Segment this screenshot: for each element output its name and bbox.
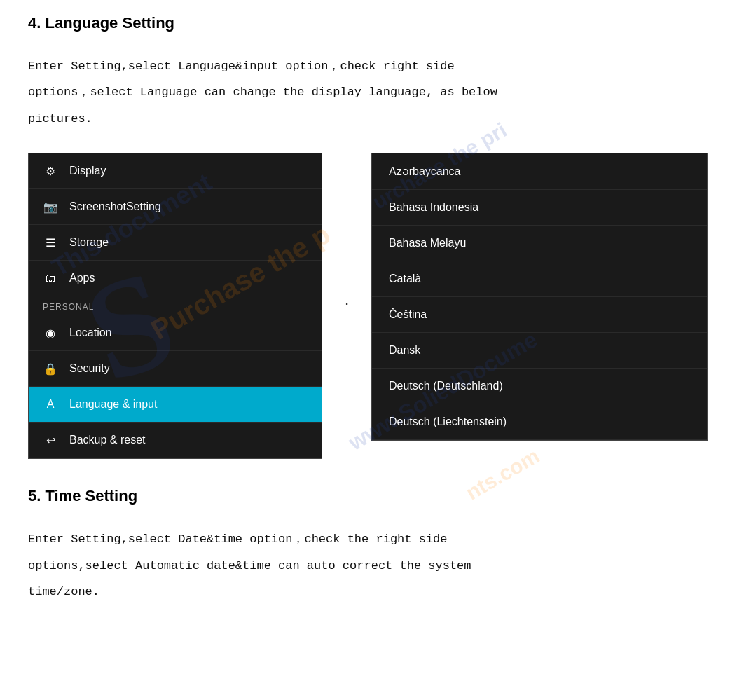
settings-item-apps-label: Apps [69,272,95,284]
security-icon: 🔒 [43,361,58,376]
settings-item-language[interactable]: A Language & input [29,387,322,423]
settings-item-apps[interactable]: 🗂 Apps [29,261,322,296]
desc-line2: options，select Language can change the d… [28,85,497,99]
settings-item-display[interactable]: ⚙ Display [29,153,322,189]
language-item-catala[interactable]: Català [372,261,707,297]
storage-icon: ☰ [43,235,58,250]
desc5-line2: options,select Automatic date&time can a… [28,559,471,572]
settings-item-screenshot[interactable]: 📷 ScreenshotSetting [29,189,322,225]
language-label: Deutsch (Deutschland) [389,380,503,392]
settings-screenshot: ⚙ Display 📷 ScreenshotSetting ☰ Storage … [28,153,322,459]
settings-item-display-label: Display [69,165,106,177]
settings-item-storage-label: Storage [69,236,109,249]
settings-item-storage[interactable]: ☰ Storage [29,225,322,261]
backup-icon: ↩ [43,432,58,448]
settings-item-security[interactable]: 🔒 Security [29,351,322,387]
settings-item-backup-label: Backup & reset [69,434,146,446]
section5-title: 5. Time Setting [28,487,716,505]
language-label: Català [389,273,421,285]
screenshots-container: ⚙ Display 📷 ScreenshotSetting ☰ Storage … [28,153,716,459]
settings-item-security-label: Security [69,362,110,375]
settings-item-location-label: Location [69,327,112,339]
language-item-deutsch-li[interactable]: Deutsch (Liechtenstein) [372,404,707,440]
settings-item-language-label: Language & input [69,398,157,411]
language-screenshot: Azərbaycanca Bahasa Indonesia Bahasa Mel… [371,153,708,441]
language-item-dansk[interactable]: Dansk [372,333,707,369]
language-item-cestina[interactable]: Čeština [372,297,707,333]
apps-icon: 🗂 [43,270,58,286]
section4-title: 4. Language Setting [28,14,716,32]
section5-description: Enter Setting,select Date&time option，ch… [28,526,716,605]
settings-item-screenshot-label: ScreenshotSetting [69,200,161,213]
desc5-line3: time/zone. [28,585,99,598]
language-label: Deutsch (Liechtenstein) [389,416,507,428]
dot-separator: · [343,153,350,313]
language-item-bahasa-melayu[interactable]: Bahasa Melayu [372,226,707,261]
language-item-deutsch-de[interactable]: Deutsch (Deutschland) [372,369,707,404]
screenshot-icon: 📷 [43,199,58,214]
language-label: Bahasa Melayu [389,237,466,249]
language-label: Azərbaycanca [389,165,461,178]
language-label: Čeština [389,308,427,321]
language-icon: A [43,397,58,412]
language-item-bahasa-indonesia[interactable]: Bahasa Indonesia [372,190,707,226]
display-icon: ⚙ [43,163,58,179]
personal-section-label: PERSONAL [29,296,322,315]
language-item-azerbaycanca[interactable]: Azərbaycanca [372,153,707,190]
section4-description: Enter Setting,select Language&input opti… [28,53,716,132]
location-icon: ◉ [43,325,58,341]
desc-line1: Enter Setting,select Language&input opti… [28,60,455,73]
settings-item-location[interactable]: ◉ Location [29,315,322,351]
language-label: Bahasa Indonesia [389,201,478,214]
language-label: Dansk [389,344,420,357]
desc-line3: pictures. [28,112,92,125]
desc5-line1: Enter Setting,select Date&time option，ch… [28,533,448,546]
settings-item-backup[interactable]: ↩ Backup & reset [29,423,322,458]
